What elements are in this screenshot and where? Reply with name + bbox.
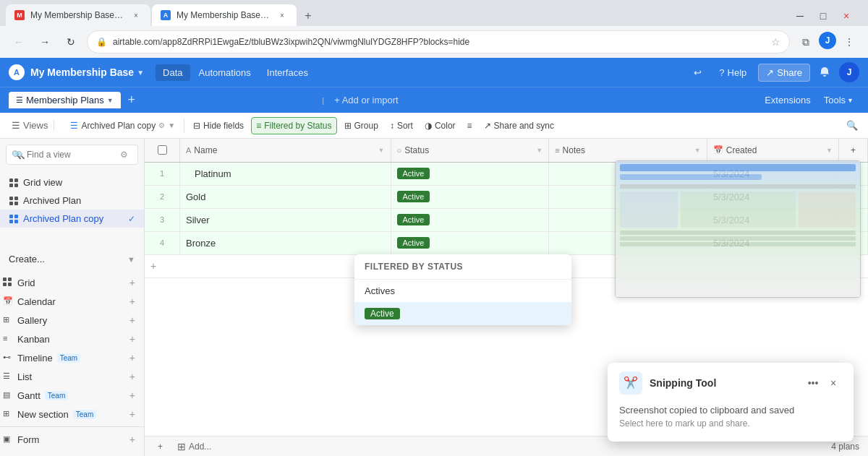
sidebar-item-archived-plan[interactable]: Archived Plan	[0, 192, 144, 210]
row-height-icon: ≡	[467, 121, 472, 131]
toolbar-separator-1	[184, 119, 184, 133]
create-kanban-button[interactable]: ≡ Kanban +	[0, 330, 144, 348]
back-button[interactable]: ←	[9, 32, 29, 52]
create-grid-button[interactable]: Grid +	[0, 273, 144, 292]
search-button[interactable]: 🔍	[842, 116, 862, 136]
notifications-button[interactable]	[814, 62, 835, 82]
workspace-chevron-icon: ▼	[137, 69, 144, 77]
col-header-name[interactable]: A Name ▼	[180, 139, 391, 162]
row-2-checkbox-cell[interactable]: 2	[145, 185, 180, 208]
add-import-button[interactable]: + Add or import	[328, 93, 404, 107]
close-window-button[interactable]: ×	[836, 6, 856, 26]
tab-close-1[interactable]: ×	[130, 9, 142, 21]
row-3-name-cell[interactable]: Silver	[180, 208, 391, 231]
sidebar-item-archived-plan-copy[interactable]: Archived Plan copy ✓	[0, 210, 144, 228]
created-col-icon: 📅	[713, 145, 723, 155]
snipping-message: Screenshot copied to clipboard and saved	[619, 403, 842, 418]
filter-popup-header: Filtered by Status	[354, 254, 571, 280]
sidebar-archived-plan-copy-label: Archived Plan copy	[23, 213, 124, 224]
filter-icon: ≡	[256, 121, 261, 131]
profile-button[interactable]: J	[819, 32, 836, 49]
share-button[interactable]: ↗ Share	[758, 64, 810, 82]
create-section-header[interactable]: Create... ▼	[9, 251, 135, 267]
add-field-button[interactable]: ⊞ Add...	[173, 439, 216, 454]
sidebar-create-section: Create... ▼	[0, 245, 144, 273]
forward-button[interactable]: →	[35, 32, 55, 52]
sidebar-search-input[interactable]	[6, 145, 138, 165]
minimize-button[interactable]: ─	[790, 6, 810, 26]
tools-button[interactable]: Tools ▼	[818, 92, 859, 108]
filter-option-actives[interactable]: Actives	[354, 280, 571, 302]
create-calendar-button[interactable]: 📅 Calendar +	[0, 292, 144, 311]
filter-option-active[interactable]: Active	[354, 302, 571, 325]
refresh-button[interactable]: ↻	[61, 32, 81, 52]
new-tab-button[interactable]: +	[298, 6, 318, 26]
browser-tab-1[interactable]: M My Membership Base - Airtable ×	[6, 4, 150, 26]
row-1-status-cell[interactable]: Active	[391, 162, 549, 185]
col-header-add[interactable]: +	[839, 139, 868, 162]
row-2-name-cell[interactable]: Gold	[180, 185, 391, 208]
row-height-button[interactable]: ≡	[463, 118, 477, 134]
col-header-status[interactable]: ○ Status ▼	[391, 139, 549, 162]
address-bar[interactable]: 🔒 airtable.com/app8ZdRRPi1EwgaEz/tbluBWz…	[87, 30, 790, 53]
col-header-notes[interactable]: ≡ Notes ▼	[549, 139, 707, 162]
add-row-button[interactable]: +	[153, 440, 167, 453]
row-2-number: 2	[150, 192, 174, 201]
create-form-button[interactable]: ▣ Form +	[0, 430, 144, 449]
undo-button[interactable]: ↩	[687, 62, 707, 82]
browser-tab-2[interactable]: A My Membership Base - Airtable ×	[152, 4, 297, 26]
create-gantt-button[interactable]: ▤ Gantt Team +	[0, 386, 144, 405]
topnav-automations-button[interactable]: Automations	[192, 64, 258, 81]
create-gallery-button[interactable]: ⊞ Gallery +	[0, 311, 144, 330]
table-tab-membership-plans[interactable]: ☰ Membership Plans ▼	[9, 92, 121, 108]
help-button[interactable]: ? Help	[712, 64, 754, 81]
row-2-status-cell[interactable]: Active	[391, 185, 549, 208]
inline-add-row-icon[interactable]: +	[150, 260, 156, 272]
filter-button[interactable]: ≡ Filtered by Status	[251, 117, 336, 134]
create-gallery-icon: ⊞	[3, 315, 13, 325]
topnav-interfaces-button[interactable]: Interfaces	[260, 64, 315, 81]
topnav-data-button[interactable]: Data	[156, 64, 190, 81]
sidebar-settings-icon[interactable]: ⚙	[120, 150, 128, 160]
sort-button[interactable]: ↕ Sort	[386, 118, 417, 134]
row-4-checkbox-cell[interactable]: 4	[145, 231, 180, 254]
row-4-status-cell[interactable]: Active	[391, 231, 549, 254]
bookmark-star-icon[interactable]: ☆	[771, 36, 780, 48]
active-view-label[interactable]: ☰ Archived Plan copy ⚙ ▼	[66, 118, 179, 134]
group-button[interactable]: ⊞ Group	[340, 118, 383, 134]
user-avatar[interactable]: J	[839, 62, 859, 82]
share-sync-button[interactable]: ↗ Share and sync	[480, 118, 558, 134]
create-form-plus-icon: +	[129, 434, 135, 445]
create-new-section-button[interactable]: ⊞ New section Team +	[0, 405, 144, 423]
add-table-button[interactable]: +	[122, 93, 142, 108]
workspace-name-button[interactable]: My Membership Base ▼	[30, 66, 144, 78]
row-1-checkbox-cell[interactable]: 1	[145, 162, 180, 185]
create-kanban-icon: ≡	[3, 334, 13, 344]
extensions-button[interactable]: Extensions	[759, 92, 817, 108]
row-3-status-cell[interactable]: Active	[391, 208, 549, 231]
app-logo: A	[9, 64, 25, 80]
row-4-name-cell[interactable]: Bronze	[180, 231, 391, 254]
snipping-subtext[interactable]: Select here to mark up and share.	[619, 417, 842, 430]
sidebar-item-grid-view[interactable]: Grid view	[0, 173, 144, 192]
hide-fields-button[interactable]: ⊟ Hide fields	[189, 118, 248, 134]
select-all-checkbox[interactable]	[158, 145, 167, 155]
color-button[interactable]: ◑ Color	[420, 118, 460, 134]
row-checkbox-header[interactable]	[145, 139, 180, 162]
col-header-created[interactable]: 📅 Created ▼	[707, 139, 838, 162]
browser-menu-button[interactable]: ⋮	[839, 32, 859, 52]
row-1-name-cell[interactable]: ⤢ Platinum	[180, 162, 391, 185]
svg-rect-12	[3, 278, 7, 281]
create-list-button[interactable]: ☰ List +	[0, 367, 144, 386]
maximize-button[interactable]: □	[813, 6, 833, 26]
row-3-checkbox-cell[interactable]: 3	[145, 208, 180, 231]
create-timeline-button[interactable]: ⊷ Timeline Team +	[0, 348, 144, 367]
extensions-button[interactable]: ⧉	[796, 32, 816, 52]
tab-close-2[interactable]: ×	[276, 9, 288, 21]
snipping-close-button[interactable]: ×	[825, 374, 842, 392]
snipping-more-button[interactable]: •••	[804, 374, 822, 392]
views-toggle[interactable]: ☰ Views	[6, 120, 54, 131]
create-list-icon: ☰	[3, 371, 13, 382]
snipping-tool-popup[interactable]: ✂️ Snipping Tool ••• × Screenshot copied…	[608, 363, 854, 442]
add-row-plus-icon: +	[158, 442, 163, 452]
